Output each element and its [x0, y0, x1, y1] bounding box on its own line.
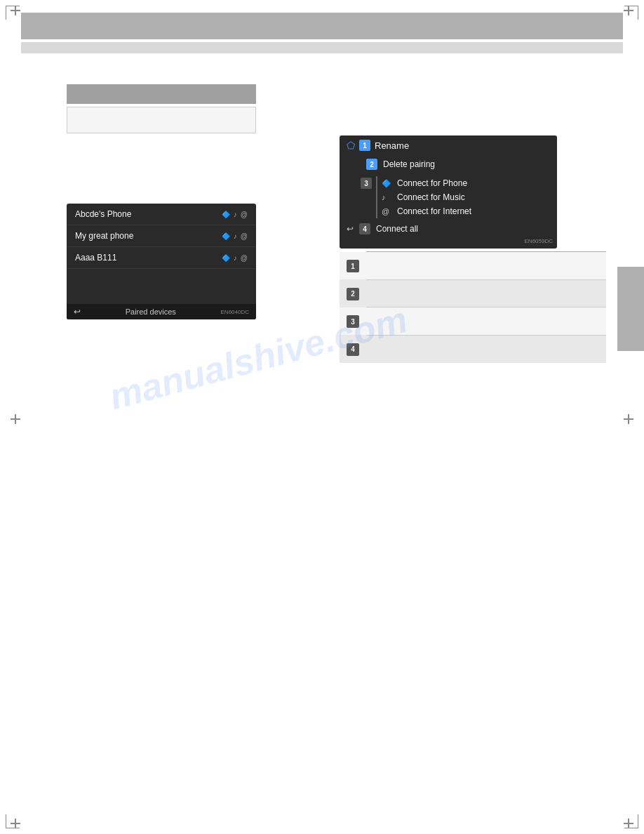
- menu-badge-3: 3: [361, 178, 372, 189]
- section-subbox: [67, 107, 256, 133]
- phone-icon-1: 🔷: [222, 211, 230, 218]
- internet-connect-icon: @: [382, 207, 391, 216]
- row-desc-1: [366, 252, 606, 280]
- menu-item-rename[interactable]: ⬠ 1 Rename: [340, 135, 557, 155]
- info-badge-1: 1: [347, 260, 359, 272]
- menu-item-connect-all[interactable]: ↩ 4 Connect all: [340, 220, 557, 238]
- menu-badge-4: 4: [359, 223, 370, 234]
- back-icon: ↩: [347, 224, 354, 234]
- connect-internet-label: Connect for Internet: [397, 206, 471, 216]
- crosshair-br: [624, 819, 633, 828]
- right-side-block: [617, 267, 644, 351]
- device-icons-3: 🔷 ♪ @: [222, 254, 248, 262]
- connect-phone-label: Connect for Phone: [397, 178, 467, 188]
- crosshair-bl: [11, 819, 20, 828]
- internet-icon-3: @: [241, 254, 248, 262]
- top-banner: [21, 13, 623, 39]
- device-icons-2: 🔷 ♪ @: [222, 232, 248, 240]
- row-desc-2: [366, 279, 606, 307]
- device-row-2[interactable]: My great phone 🔷 ♪ @: [67, 225, 256, 247]
- paired-devices-screen: Abcde's Phone 🔷 ♪ @ My great phone 🔷 ♪ @…: [67, 204, 256, 319]
- second-bar: [21, 42, 623, 53]
- info-table: 1 2 3 4: [340, 251, 606, 363]
- menu-badge-2: 2: [366, 159, 377, 170]
- section-header-box: [67, 84, 256, 104]
- phone-icon-3: 🔷: [222, 254, 230, 262]
- paired-devices-label: Paired devices: [126, 307, 176, 316]
- device-row-1[interactable]: Abcde's Phone 🔷 ♪ @: [67, 204, 256, 225]
- device-row-3[interactable]: Aaaa B111 🔷 ♪ @: [67, 247, 256, 269]
- crosshair-mr: [624, 414, 633, 424]
- context-menu-screen: ⬠ 1 Rename 2 Delete pairing 3 🔷 Connect …: [340, 135, 557, 249]
- row-desc-3: [366, 307, 606, 336]
- menu-item-connect-phone[interactable]: 🔷 Connect for Phone: [382, 176, 550, 190]
- table-row-1: 1: [340, 252, 606, 280]
- phone-icon-2: 🔷: [222, 232, 230, 240]
- row-desc-4: [366, 335, 606, 363]
- crosshair-ml: [11, 414, 20, 424]
- bluetooth-icon: ⬠: [347, 140, 355, 151]
- table-row-2: 2: [340, 279, 606, 307]
- device-icons-1: 🔷 ♪ @: [222, 211, 248, 218]
- music-icon-1: ♪: [234, 211, 237, 218]
- info-badge-3: 3: [347, 315, 359, 328]
- paired-screen-footer: ↩ Paired devices EN6040DC: [67, 304, 256, 319]
- row-num-1: 1: [340, 252, 366, 280]
- device-name-2: My great phone: [75, 231, 222, 241]
- internet-icon-1: @: [241, 211, 248, 218]
- menu-item-connect-music[interactable]: ♪ Connect for Music: [382, 190, 550, 204]
- table-row-3: 3: [340, 307, 606, 336]
- row-num-2: 2: [340, 279, 366, 307]
- music-icon-3: ♪: [234, 254, 237, 262]
- phone-connect-icon: 🔷: [382, 179, 391, 188]
- menu-badge-1: 1: [359, 140, 370, 151]
- table-row-4: 4: [340, 335, 606, 363]
- connect-music-label: Connect for Music: [397, 192, 465, 202]
- music-icon-2: ♪: [234, 232, 237, 240]
- paired-screen-img-code: EN6040DC: [221, 309, 249, 315]
- crosshair-tr: [624, 6, 633, 15]
- info-badge-4: 4: [347, 343, 359, 356]
- context-menu-img-code: EN6059DC: [340, 238, 557, 246]
- row-num-4: 4: [340, 335, 366, 363]
- music-connect-icon: ♪: [382, 193, 391, 201]
- device-name-3: Aaaa B111: [75, 253, 222, 263]
- crosshair-tl: [11, 6, 20, 15]
- connect-all-label: Connect all: [376, 224, 418, 234]
- internet-icon-2: @: [241, 232, 248, 240]
- menu-item-delete[interactable]: 2 Delete pairing: [340, 155, 557, 173]
- menu-item-connect-internet[interactable]: @ Connect for Internet: [382, 204, 550, 218]
- back-arrow-icon: ↩: [74, 307, 81, 317]
- row-num-3: 3: [340, 307, 366, 336]
- device-name-1: Abcde's Phone: [75, 209, 222, 219]
- info-badge-2: 2: [347, 288, 359, 300]
- delete-pairing-label: Delete pairing: [383, 159, 435, 169]
- rename-label: Rename: [375, 140, 409, 151]
